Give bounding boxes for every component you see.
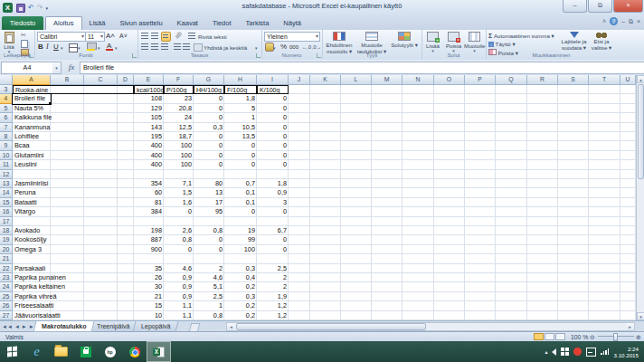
help-icon[interactable]: ?: [610, 17, 618, 25]
save-icon[interactable]: [16, 4, 25, 13]
cell-F26[interactable]: 1,1: [164, 301, 194, 310]
column-header-K[interactable]: K: [310, 75, 341, 85]
column-header-D[interactable]: D: [118, 75, 134, 85]
scroll-down-icon[interactable]: ▾: [637, 312, 644, 320]
column-header-N[interactable]: N: [402, 75, 434, 85]
column-header-T[interactable]: T: [589, 75, 620, 85]
find-select-button[interactable]: Etsi ja valitse ▾: [588, 31, 615, 51]
cell-A15[interactable]: Bataatti: [13, 198, 134, 207]
row-header-18[interactable]: 18: [0, 226, 13, 235]
cut-icon[interactable]: ✂: [21, 32, 26, 39]
cell-H18[interactable]: 19: [224, 226, 257, 235]
start-button[interactable]: [0, 341, 24, 362]
cell-E23[interactable]: 26: [134, 273, 164, 282]
cell-H22[interactable]: 0,3: [224, 264, 257, 273]
collapse-ribbon-icon[interactable]: ˄: [602, 18, 606, 24]
cell-F16[interactable]: 0: [164, 207, 194, 216]
cell-G8[interactable]: 0: [194, 132, 224, 141]
cell-F14[interactable]: 1,5: [164, 188, 194, 197]
taskbar-internet-explorer[interactable]: e: [24, 341, 49, 362]
cell-G13[interactable]: 80: [194, 179, 224, 188]
cell-E14[interactable]: 60: [134, 188, 164, 197]
cell-A25[interactable]: Paprika vihreä: [13, 292, 134, 301]
cell-F22[interactable]: 4,6: [164, 264, 194, 273]
cell-A11[interactable]: Leusiini: [13, 160, 134, 169]
taskbar-excel-active[interactable]: X: [147, 341, 171, 362]
zoom-slider-thumb[interactable]: [613, 333, 618, 341]
increase-decimal-icon[interactable]: ←,0: [302, 44, 311, 50]
cell-H4[interactable]: 1,8: [224, 94, 257, 103]
alignment-dialog-launcher-icon[interactable]: [256, 53, 260, 58]
cell-A9[interactable]: Bcaa: [13, 141, 134, 150]
number-format-select[interactable]: Yleinen▾: [264, 32, 320, 42]
cell-H19[interactable]: 99: [224, 235, 257, 244]
align-top-icon[interactable]: [141, 33, 148, 39]
cell-E5[interactable]: 129: [134, 104, 164, 113]
cell-H3-header[interactable]: F/100g: [224, 85, 257, 94]
taskbar-file-explorer[interactable]: [49, 341, 73, 362]
shrink-font-icon[interactable]: A˅: [119, 33, 128, 39]
cell-A10[interactable]: Glutamiini: [13, 151, 134, 160]
cell-I16[interactable]: 0: [257, 207, 289, 216]
fill-button[interactable]: ↓ Täyttö ▾: [488, 41, 516, 47]
cell-E6[interactable]: 105: [134, 113, 164, 122]
column-header-U[interactable]: U: [620, 75, 636, 85]
row-header-25[interactable]: 25: [0, 292, 13, 301]
cell-E11[interactable]: 400: [134, 160, 164, 169]
font-color-dropdown-icon[interactable]: ▾: [115, 45, 118, 51]
cell-I24[interactable]: 2: [257, 282, 289, 291]
cell-I6[interactable]: 0: [257, 113, 289, 122]
cell-G4[interactable]: 0: [194, 94, 224, 103]
file-tab[interactable]: Tiedosto: [2, 16, 43, 30]
cell-F13[interactable]: 7,1: [164, 179, 194, 188]
cell-I20[interactable]: 0: [257, 245, 289, 254]
normal-view-icon[interactable]: [534, 333, 544, 340]
cell-I19[interactable]: 0: [257, 235, 289, 244]
row-header-7[interactable]: 7: [0, 123, 13, 132]
first-sheet-icon[interactable]: ◄◄: [2, 322, 13, 331]
undo-icon[interactable]: ↶: [28, 4, 34, 12]
cell-A5[interactable]: Nauta 5%: [13, 104, 134, 113]
cell-F11[interactable]: 100: [164, 160, 194, 169]
cell-I11[interactable]: 0: [257, 160, 289, 169]
ribbon-tab-lis-[interactable]: Lisää: [82, 16, 113, 30]
bold-icon[interactable]: B: [38, 43, 43, 51]
cell-E3-header[interactable]: kcal/100g: [134, 85, 164, 94]
cell-E8[interactable]: 195: [134, 132, 164, 141]
row-header-24[interactable]: 24: [0, 282, 13, 291]
cell-F3-header[interactable]: P/100g: [164, 85, 194, 94]
cell-I5[interactable]: 0: [257, 104, 289, 113]
align-left-icon[interactable]: [141, 43, 148, 50]
cell-G27[interactable]: 0,8: [194, 311, 224, 320]
borders-dropdown-icon[interactable]: ▾: [78, 45, 80, 51]
cell-A23[interactable]: Paprika punainen: [13, 273, 134, 282]
cell-F4[interactable]: 23: [164, 94, 194, 103]
cell-H6[interactable]: 1: [224, 113, 257, 122]
row-header-27[interactable]: 27: [0, 311, 13, 320]
column-header-P[interactable]: P: [465, 75, 496, 85]
cell-F23[interactable]: 0,9: [164, 273, 194, 282]
next-sheet-icon[interactable]: ►: [22, 322, 27, 331]
percent-icon[interactable]: %: [280, 43, 287, 51]
cell-H11[interactable]: 0: [224, 160, 257, 169]
horizontal-scroll-thumb[interactable]: [236, 323, 426, 330]
cell-F9[interactable]: 100: [164, 141, 194, 150]
column-header-J[interactable]: J: [289, 75, 310, 85]
taskbar-chrome[interactable]: [122, 341, 147, 362]
insert-cells-button[interactable]: + Lisää ▾: [422, 31, 443, 52]
cell-A18[interactable]: Avokado: [13, 226, 134, 235]
column-header-O[interactable]: O: [434, 75, 465, 85]
merge-center-label[interactable]: Yhdistä ja keskitä: [204, 44, 247, 51]
cell-G23[interactable]: 4,6: [194, 273, 224, 282]
restore-button[interactable]: ⧉: [588, 0, 612, 13]
cell-H23[interactable]: 0,4: [224, 273, 257, 282]
row-header-12[interactable]: 12: [0, 170, 13, 179]
cell-G5[interactable]: 0: [194, 104, 224, 113]
cell-A14[interactable]: Peruna: [13, 188, 134, 197]
align-center-icon[interactable]: [151, 43, 158, 50]
column-header-R[interactable]: R: [527, 75, 558, 85]
comma-style-icon[interactable]: 000: [289, 44, 298, 50]
decrease-decimal-icon[interactable]: ,0→: [312, 44, 321, 50]
column-header-F[interactable]: F: [164, 75, 194, 85]
cell-G18[interactable]: 0,8: [194, 226, 224, 235]
